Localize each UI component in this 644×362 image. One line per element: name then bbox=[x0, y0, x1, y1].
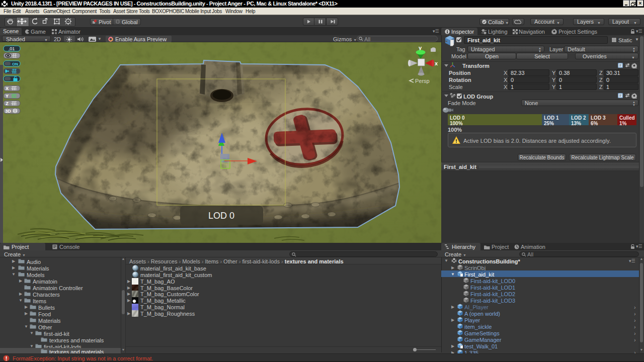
svg-text:ON: ON bbox=[12, 62, 18, 66]
svg-text:3D: 3D bbox=[5, 109, 11, 114]
svg-text:x: x bbox=[435, 60, 438, 66]
svg-text:,01: ,01 bbox=[9, 46, 15, 51]
svg-text:LOD 0: LOD 0 bbox=[208, 211, 234, 221]
svg-text:y: y bbox=[419, 45, 422, 51]
svg-text:Y: Y bbox=[6, 94, 9, 99]
svg-text:Persp: Persp bbox=[415, 78, 430, 84]
svg-text:Z: Z bbox=[6, 101, 9, 106]
svg-text:X: X bbox=[6, 86, 9, 91]
